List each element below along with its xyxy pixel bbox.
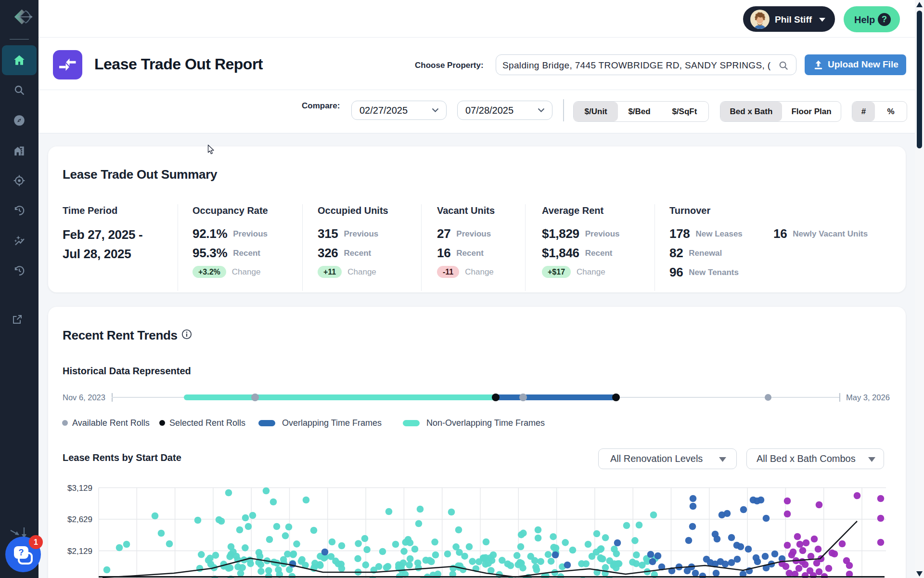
svg-text:$2,629: $2,629 xyxy=(67,515,92,524)
svg-text:$2,129: $2,129 xyxy=(67,547,92,556)
svg-text:$3,129: $3,129 xyxy=(67,484,92,493)
